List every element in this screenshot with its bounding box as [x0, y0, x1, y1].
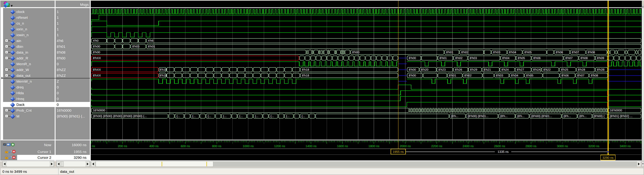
svg-text:8'h08: 8'h08 — [588, 50, 595, 54]
svg-text:1800 ns: 1800 ns — [368, 145, 379, 148]
svg-text:3000 ns: 3000 ns — [557, 145, 568, 148]
svg-text:8'h29: 8'h29 — [470, 68, 477, 71]
svg-text:8'h01: 8'h01 — [440, 56, 447, 60]
svg-text:1600 ns: 1600 ns — [337, 145, 348, 148]
svg-text:2400 ns: 2400 ns — [463, 145, 474, 148]
svg-text:8'h18: 8'h18 — [160, 68, 167, 71]
svg-text:8'h04: 8'h04 — [509, 50, 516, 54]
svg-text:{8'h01} {8'h02} ...: {8'h01} {8'h02} ... — [610, 114, 632, 118]
svg-text:{...: {... — [176, 114, 180, 118]
svg-text:8'hXX: 8'hXX — [93, 56, 101, 60]
svg-text:{...: {... — [302, 114, 305, 118]
svg-text:800 ns: 800 ns — [212, 145, 222, 148]
svg-text:8'h18: 8'h18 — [302, 68, 309, 71]
svg-text:8'h00: 8'h00 — [409, 74, 416, 77]
svg-text:8'h2B: 8'h2B — [597, 68, 604, 71]
svg-text:8'h05: 8'h05 — [518, 56, 525, 60]
svg-text:8'h05: 8'h05 — [526, 74, 533, 77]
svg-text:8'h06: 8'h06 — [556, 50, 563, 54]
svg-text:8'h01: 8'h01 — [148, 45, 155, 48]
svg-text:200 ns: 200 ns — [118, 145, 127, 148]
svg-text:8'h06: 8'h06 — [533, 56, 540, 60]
svg-text:8'h03: 8'h03 — [493, 50, 500, 54]
svg-text:{8'h00} {8'h00} {8'h00} {8'h00: {8'h00} {8'h00} {8'h00} {8'h00} {8'h00} … — [93, 114, 147, 118]
svg-text:8'h24: 8'h24 — [502, 68, 509, 71]
svg-text:8'h21: 8'h21 — [484, 68, 491, 71]
svg-text:{8'h...: {8'h... — [500, 114, 508, 118]
svg-text:{...: {... — [192, 114, 196, 118]
svg-text:16'h0000: 16'h0000 — [610, 109, 622, 112]
svg-text:8'h00: 8'h00 — [93, 50, 100, 54]
svg-text:8'h07: 8'h07 — [572, 50, 579, 54]
svg-text:8'h26: 8'h26 — [455, 68, 462, 71]
svg-text:2600 ns: 2600 ns — [494, 145, 505, 148]
svg-text:{8'h...: {8'h... — [517, 114, 524, 118]
svg-text:8'h23: 8'h23 — [438, 68, 446, 71]
svg-text:3200 ns: 3200 ns — [588, 145, 599, 148]
svg-text:{8'h00} {8'h01...: {8'h00} {8'h01... — [531, 114, 552, 118]
svg-text:8'h18: 8'h18 — [302, 74, 309, 77]
svg-text:4'h6: 4'h6 — [148, 39, 154, 42]
svg-text:2200 ns: 2200 ns — [431, 145, 442, 148]
svg-text:8'h00: 8'h00 — [93, 45, 100, 48]
svg-text:{...: {... — [286, 114, 290, 118]
svg-text:{8'h...: {8'h... — [451, 114, 458, 118]
svg-text:8'h01: 8'h01 — [449, 74, 456, 77]
svg-text:2800 ns: 2800 ns — [526, 145, 536, 148]
svg-text:8'h08: 8'h08 — [580, 56, 588, 60]
svg-text:8'h18: 8'h18 — [160, 74, 167, 77]
svg-text:1955 ns: 1955 ns — [393, 150, 404, 154]
svg-text:4'h0: 4'h0 — [93, 39, 98, 42]
svg-text:{...: {... — [223, 114, 226, 118]
svg-text:{8'h...: {8'h... — [579, 114, 586, 118]
svg-text:ns: ns — [92, 145, 95, 148]
svg-text:8'h08: 8'h08 — [591, 74, 598, 77]
svg-text:8'h09: 8'h09 — [597, 56, 604, 60]
svg-text:8'h02: 8'h02 — [455, 56, 462, 60]
svg-text:8'h02: 8'h02 — [464, 74, 472, 77]
svg-text:{...: {... — [255, 114, 258, 118]
svg-text:8'h20: 8'h20 — [421, 68, 428, 71]
svg-text:3290 ns: 3290 ns — [602, 156, 614, 160]
svg-text:{...: {... — [270, 114, 274, 118]
svg-text:2000 ns: 2000 ns — [400, 145, 411, 148]
svg-text:8'h00: 8'h00 — [409, 56, 416, 60]
svg-text:8'h22: 8'h22 — [543, 68, 550, 71]
svg-text:8'h04: 8'h04 — [511, 74, 518, 77]
svg-text:8'h27: 8'h27 — [517, 68, 524, 71]
svg-text:8'h03: 8'h03 — [496, 74, 503, 77]
svg-text:8'h28: 8'h28 — [578, 68, 585, 71]
svg-text:{...: {... — [208, 114, 211, 118]
svg-text:8'h03: 8'h03 — [132, 45, 140, 48]
svg-text:16'h0000: 16'h0000 — [93, 109, 105, 112]
svg-text:{...: {... — [239, 114, 243, 118]
svg-text:8'h00: 8'h00 — [409, 68, 416, 71]
svg-text:8'h00: 8'h00 — [352, 50, 360, 54]
svg-text:8'hXX: 8'hXX — [93, 68, 101, 71]
svg-text:{8'h00} {: {8'h00} { — [594, 114, 604, 118]
svg-text:8'h06: 8'h06 — [562, 74, 569, 77]
svg-text:8'h07: 8'h07 — [566, 56, 572, 60]
svg-text:8'h25: 8'h25 — [561, 68, 568, 71]
svg-text:8'h01: 8'h01 — [446, 50, 453, 54]
svg-text:{8'h00} {8'h01...: {8'h00} {8'h01... — [468, 114, 488, 118]
svg-text:8'h2A: 8'h2A — [533, 68, 541, 71]
svg-text:3400 ns: 3400 ns — [620, 145, 631, 148]
svg-text:1335 ns: 1335 ns — [498, 150, 508, 154]
svg-text:{8'h...: {8'h... — [564, 114, 571, 118]
svg-text:8'h04: 8'h04 — [502, 56, 510, 60]
svg-text:8'h03: 8'h03 — [470, 56, 477, 60]
svg-text:1000 ns: 1000 ns — [243, 145, 254, 148]
svg-text:8'h07: 8'h07 — [577, 74, 584, 77]
svg-text:1400 ns: 1400 ns — [306, 145, 316, 148]
svg-text:600 ns: 600 ns — [181, 145, 190, 148]
svg-text:8'h02: 8'h02 — [461, 50, 468, 54]
svg-text:400 ns: 400 ns — [149, 145, 158, 148]
svg-text:1200 ns: 1200 ns — [274, 145, 285, 148]
svg-text:8'hXX: 8'hXX — [93, 74, 101, 77]
svg-text:8'h05: 8'h05 — [524, 50, 532, 54]
